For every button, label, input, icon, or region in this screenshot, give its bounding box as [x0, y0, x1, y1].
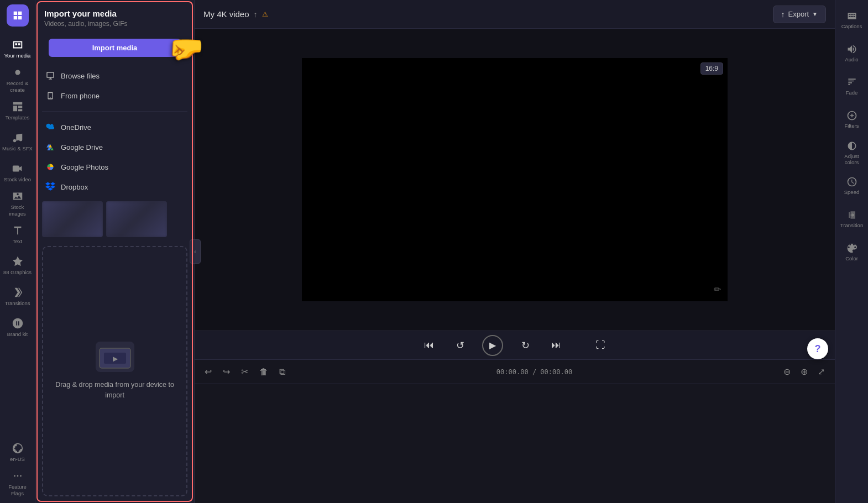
source-from-phone[interactable]: From phone	[40, 86, 190, 106]
cloud-google-drive[interactable]: Google Drive	[40, 137, 190, 157]
right-item-captions-label: Captions	[841, 23, 862, 29]
skip-back-button[interactable]: ⏮	[420, 337, 438, 354]
right-item-fade-label: Fade	[846, 90, 858, 96]
timeline-content[interactable]	[195, 384, 835, 503]
sidebar-item-stock-video-label: Stock video	[4, 176, 31, 182]
aspect-ratio-badge[interactable]: 16:9	[700, 62, 723, 75]
right-item-transition-label: Transition	[840, 222, 863, 228]
svg-point-2	[17, 475, 18, 477]
thumb-2	[106, 201, 167, 237]
copy-button[interactable]: ⧉	[276, 365, 289, 379]
total-time: 00:00.00	[540, 368, 572, 376]
cut-button[interactable]: ✂	[238, 364, 252, 379]
skip-forward-button[interactable]: ⏭	[547, 337, 565, 354]
cloud-gdrive-label: Google Drive	[61, 143, 103, 151]
video-canvas[interactable]	[302, 58, 728, 301]
phone-icon	[45, 91, 55, 101]
sidebar-item-templates-label: Templates	[6, 114, 29, 120]
sidebar-item-brand-label: Brand kit	[7, 331, 28, 337]
sidebar-item-feature-flags[interactable]: FeatureFlags	[2, 468, 33, 499]
export-icon: ↑	[781, 10, 785, 19]
drop-zone[interactable]: ▶ Drag & drop media from your device to …	[42, 246, 187, 496]
right-item-transition[interactable]: Transition	[838, 203, 866, 234]
sidebar-item-templates[interactable]: Templates	[2, 95, 33, 126]
right-item-audio-label: Audio	[845, 56, 858, 62]
sidebar-item-text[interactable]: Text	[2, 219, 33, 250]
thumb-1	[42, 201, 103, 237]
zoom-controls: ⊖ ⊕ ⤢	[780, 364, 828, 379]
right-item-audio[interactable]: Audio	[838, 38, 866, 69]
redo-button[interactable]: ↪	[219, 364, 233, 379]
right-item-adjust-colors[interactable]: Adjustcolors	[838, 137, 866, 168]
source-from-phone-label: From phone	[61, 92, 100, 100]
sidebar-item-record-label: Record &create	[7, 80, 29, 93]
panel-divider	[42, 111, 187, 112]
fit-button[interactable]: ⤢	[814, 364, 828, 379]
playback-bar: ⏮ ↺ ▶ ↻ ⏭ ⛶	[195, 331, 835, 359]
project-title: My 4K video ↑ ⚠	[203, 9, 268, 19]
gphotos-icon	[45, 162, 55, 172]
sidebar-item-stock-video[interactable]: Stock video	[2, 157, 33, 188]
cloud-gphotos-label: Google Photos	[61, 163, 108, 171]
export-button[interactable]: ↑ Export ▼	[773, 6, 826, 23]
right-item-captions[interactable]: Captions	[838, 4, 866, 35]
right-item-filters[interactable]: Filters	[838, 104, 866, 135]
import-media-button[interactable]: Import media	[49, 39, 181, 57]
main-area: My 4K video ↑ ⚠ ↑ Export ▼ 16:9 ✏ ⏮ ↺ ▶ …	[195, 0, 835, 503]
source-browse-files[interactable]: Browse files	[40, 66, 190, 86]
topbar: My 4K video ↑ ⚠ ↑ Export ▼	[195, 0, 835, 29]
dropbox-icon	[45, 182, 55, 192]
thumbnail-row	[35, 199, 194, 239]
cloud-dropbox[interactable]: Dropbox	[40, 177, 190, 197]
cloud-onedrive[interactable]: OneDrive	[40, 117, 190, 137]
right-item-speed-label: Speed	[844, 189, 859, 195]
panel-collapse-button[interactable]: ‹	[190, 239, 201, 264]
sidebar-item-your-media-label: Your media	[4, 53, 31, 59]
right-item-speed[interactable]: Speed	[838, 170, 866, 201]
panel-subtitle: Videos, audio, images, GIFs	[44, 20, 185, 28]
sidebar-item-stock-images[interactable]: Stock images	[2, 188, 33, 219]
svg-point-1	[14, 475, 15, 477]
right-item-fade[interactable]: Fade	[838, 71, 866, 102]
preview-container: 16:9 ✏	[195, 29, 835, 331]
sidebar-item-your-media[interactable]: Your media	[2, 33, 33, 64]
cloud-onedrive-label: OneDrive	[61, 123, 91, 132]
play-button[interactable]: ▶	[482, 335, 503, 356]
sidebar-item-graphics[interactable]: 88 Graphics	[2, 250, 33, 281]
fullscreen-button[interactable]: ⛶	[592, 337, 609, 354]
export-chevron-icon: ▼	[812, 11, 818, 17]
export-label: Export	[788, 10, 809, 18]
delete-button[interactable]: 🗑	[256, 365, 271, 379]
zoom-out-button[interactable]: ⊖	[780, 364, 794, 379]
svg-point-0	[15, 70, 20, 75]
cloud-dropbox-label: Dropbox	[61, 183, 88, 191]
app-logo[interactable]	[7, 4, 29, 27]
sidebar-item-language[interactable]: en-US	[2, 437, 33, 468]
help-button[interactable]: ?	[807, 338, 828, 359]
source-list: Browse files From phone	[35, 64, 194, 108]
edit-icon: ✏	[714, 284, 721, 295]
right-item-color[interactable]: Color	[838, 237, 866, 268]
rewind-button[interactable]: ↺	[451, 337, 469, 354]
save-status-icon: ↑	[254, 10, 258, 19]
sidebar-item-brand-kit[interactable]: Brand kit	[2, 312, 33, 343]
import-panel: Import your media Videos, audio, images,…	[35, 0, 195, 503]
source-browse-files-label: Browse files	[61, 72, 100, 80]
forward-button[interactable]: ↻	[516, 337, 534, 354]
sidebar-item-feature-flags-label: FeatureFlags	[8, 484, 27, 496]
sidebar-item-music-sfx[interactable]: Music & SFX	[2, 126, 33, 157]
project-title-text: My 4K video	[203, 9, 249, 19]
cloud-google-photos[interactable]: Google Photos	[40, 157, 190, 177]
sidebar-item-record-create[interactable]: Record &create	[2, 64, 33, 95]
sidebar-item-language-label: en-US	[10, 456, 25, 462]
undo-button[interactable]: ↩	[201, 364, 215, 379]
zoom-in-button[interactable]: ⊕	[797, 364, 811, 379]
right-panel: Captions Audio Fade Filters Adjustcolors…	[835, 0, 868, 503]
sidebar-item-transitions[interactable]: Transitions	[2, 281, 33, 312]
time-separator: /	[532, 368, 540, 376]
left-sidebar: Your media Record &create Templates Musi…	[0, 0, 35, 503]
drop-zone-text: Drag & drop media from your device to im…	[52, 380, 177, 401]
timeline-toolbar: ↩ ↪ ✂ 🗑 ⧉ 00:00.00 / 00:00.00 ⊖ ⊕ ⤢	[195, 360, 835, 384]
sidebar-item-text-label: Text	[13, 238, 22, 244]
sidebar-item-music-label: Music & SFX	[2, 145, 33, 151]
